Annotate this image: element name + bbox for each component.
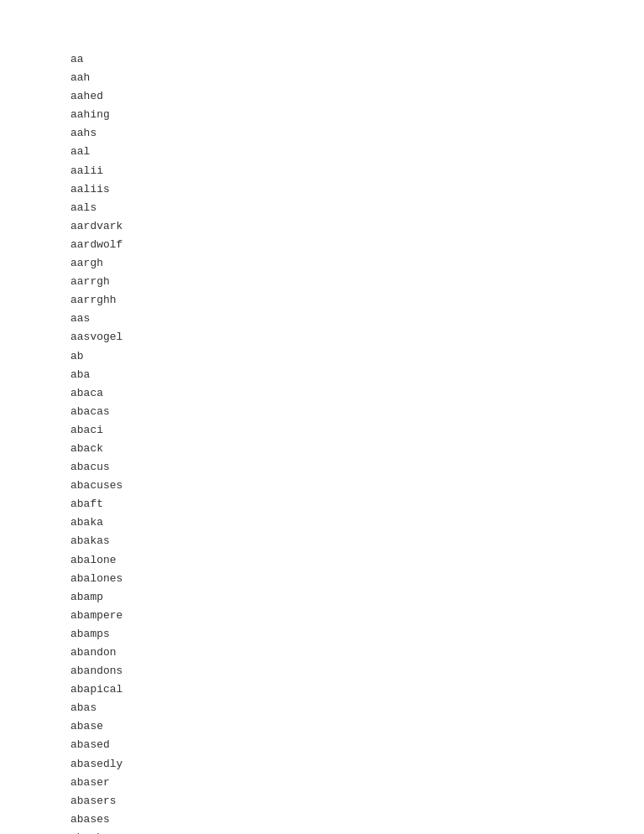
list-item: abalone: [70, 551, 574, 570]
list-item: abandon: [70, 644, 574, 662]
list-item: abaca: [70, 384, 574, 403]
list-item: aaliis: [70, 180, 574, 199]
list-item: aal: [70, 143, 574, 161]
list-item: ab: [70, 347, 574, 366]
list-item: aas: [70, 310, 574, 328]
list-item: abas: [70, 699, 574, 717]
list-item: aals: [70, 199, 574, 217]
list-item: abases: [70, 811, 574, 829]
list-item: abasedly: [70, 755, 574, 774]
list-item: abase: [70, 717, 574, 736]
list-item: aasvogel: [70, 328, 574, 347]
list-item: aba: [70, 366, 574, 384]
list-item: aa: [70, 50, 574, 69]
list-item: abaser: [70, 774, 574, 792]
list-item: abacuses: [70, 477, 574, 495]
word-list: aaaahaahedaahingaahsaalaaliiaaliisaalsaa…: [70, 50, 574, 834]
list-item: abandons: [70, 662, 574, 680]
list-item: aback: [70, 440, 574, 458]
list-item: aargh: [70, 254, 574, 273]
list-item: abalones: [70, 570, 574, 588]
list-item: abamp: [70, 588, 574, 607]
list-item: aarrgh: [70, 273, 574, 291]
list-item: abasers: [70, 792, 574, 811]
list-item: abampere: [70, 607, 574, 625]
list-item: abaci: [70, 421, 574, 440]
list-item: abash: [70, 829, 574, 834]
list-item: aardvark: [70, 217, 574, 236]
list-item: aahing: [70, 106, 574, 124]
list-item: abased: [70, 736, 574, 754]
list-item: aarrghh: [70, 291, 574, 310]
list-item: aahed: [70, 87, 574, 106]
list-item: abacus: [70, 458, 574, 477]
list-item: abacas: [70, 403, 574, 421]
list-item: abapical: [70, 680, 574, 699]
list-item: abaft: [70, 495, 574, 513]
list-item: abaka: [70, 513, 574, 532]
list-item: abamps: [70, 625, 574, 644]
list-item: abakas: [70, 532, 574, 550]
list-item: aalii: [70, 162, 574, 180]
list-item: aardwolf: [70, 236, 574, 254]
list-item: aah: [70, 69, 574, 87]
list-item: aahs: [70, 124, 574, 143]
